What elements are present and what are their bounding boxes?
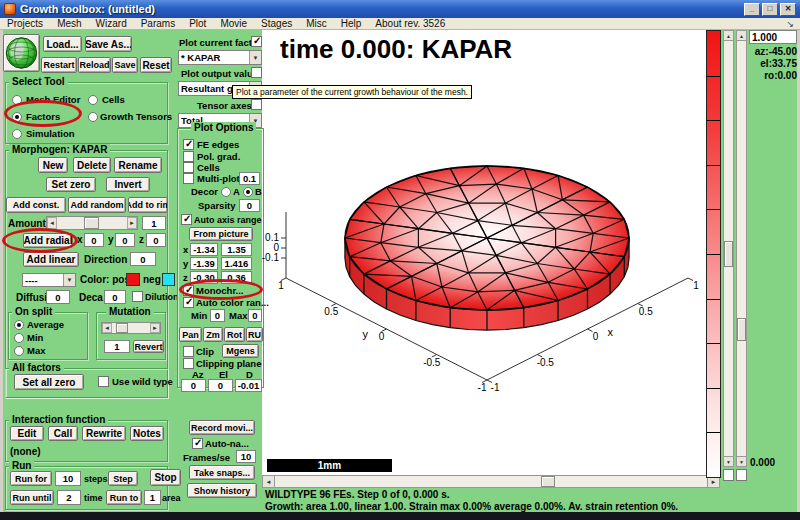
notes-button[interactable]: Notes xyxy=(130,426,164,441)
menu-item-projects[interactable]: Projects xyxy=(0,18,50,29)
radial-z-field[interactable]: 0 xyxy=(146,233,166,247)
run-until-button[interactable]: Run until xyxy=(10,490,54,505)
add-linear-button[interactable]: Add linear xyxy=(23,252,79,267)
maximize-button[interactable]: □ xyxy=(762,3,778,16)
radio-decor-b[interactable] xyxy=(243,187,253,197)
take-snaps-button[interactable]: Take snaps... xyxy=(189,465,255,480)
menu-item-misc[interactable]: Misc xyxy=(299,18,334,29)
stop-button[interactable]: Stop xyxy=(150,469,181,486)
pos-color-swatch[interactable] xyxy=(126,273,140,286)
rewrite-button[interactable]: Rewrite xyxy=(82,426,126,441)
color-max-field[interactable]: 0 xyxy=(248,309,262,322)
record-movie-button[interactable]: Record movi... xyxy=(189,420,255,435)
add-to-rim-button[interactable]: Add to rim xyxy=(128,197,168,213)
y-min-field[interactable]: -1.39 xyxy=(190,257,218,270)
delete-button[interactable]: Delete xyxy=(73,157,111,173)
colorbar-spin-box[interactable] xyxy=(736,469,747,481)
radial-y-field[interactable]: 0 xyxy=(115,233,135,247)
morphogen-combo[interactable]: ---- ▼ xyxy=(22,273,76,287)
set-all-zero-button[interactable]: Set all zero xyxy=(14,374,84,390)
multi-plot-checkbox[interactable] xyxy=(183,173,194,184)
reload-button[interactable]: Reload xyxy=(78,57,111,73)
reset-button[interactable]: Reset xyxy=(140,57,172,73)
frames-field[interactable]: 10 xyxy=(236,450,256,463)
edit-button[interactable]: Edit xyxy=(10,426,44,441)
fe-edges-checkbox[interactable] xyxy=(183,139,194,150)
radio-min[interactable] xyxy=(14,333,24,343)
radio-simulation[interactable] xyxy=(12,129,22,139)
use-wild-type-checkbox[interactable] xyxy=(98,376,109,387)
radio-factors[interactable] xyxy=(12,112,22,122)
radio-max[interactable] xyxy=(14,346,24,356)
direction-field[interactable]: 0 xyxy=(130,252,156,266)
sparsity-field[interactable]: 0 xyxy=(239,199,260,212)
mutation-field[interactable]: 1 xyxy=(104,340,130,353)
radio-cells[interactable] xyxy=(88,95,98,105)
call-button[interactable]: Call xyxy=(48,426,78,441)
az-field[interactable]: 0 xyxy=(181,379,206,392)
menu-item-params[interactable]: Params xyxy=(134,18,182,29)
colorbar-min-scrollbar[interactable]: ▲ ▼ xyxy=(736,30,747,467)
slider-right-arrow-icon[interactable]: ► xyxy=(127,217,137,229)
multi-plot-field[interactable]: 0.1 xyxy=(239,172,260,185)
color-min-field[interactable]: 0 xyxy=(210,309,225,322)
plot-output-value-checkbox[interactable] xyxy=(251,67,262,78)
colorbar-max-scrollbar[interactable]: ▲ ▼ xyxy=(723,30,734,467)
diffusion-field[interactable]: 0 xyxy=(46,290,70,304)
slider-right-arrow-icon[interactable]: ► xyxy=(150,323,160,333)
restart-button[interactable]: Restart xyxy=(41,57,77,73)
radio-average[interactable] xyxy=(14,320,24,330)
menu-item-wizard[interactable]: Wizard xyxy=(89,18,134,29)
menu-item-plot[interactable]: Plot xyxy=(182,18,213,29)
factor-combo[interactable]: * KAPAR ▼ xyxy=(178,50,262,65)
mutation-slider[interactable]: ◄ ► xyxy=(101,322,161,334)
pan-button[interactable]: Pan xyxy=(179,327,202,342)
save-button[interactable]: Save xyxy=(112,57,138,73)
scroll-down-arrow-icon[interactable]: ▼ xyxy=(736,456,747,467)
mgens-button[interactable]: Mgens xyxy=(222,344,259,358)
scroll-thumb[interactable] xyxy=(724,241,733,267)
close-button[interactable]: ✕ xyxy=(780,3,796,16)
slider-left-arrow-icon[interactable]: ◄ xyxy=(102,323,112,333)
dilution-checkbox[interactable] xyxy=(132,291,143,302)
add-radial-button[interactable]: Add radial xyxy=(23,233,73,248)
run-for-button[interactable]: Run for xyxy=(10,471,52,486)
clip-checkbox[interactable] xyxy=(183,346,194,357)
area-field[interactable]: 1 xyxy=(144,490,161,505)
from-picture-button[interactable]: From picture xyxy=(189,227,253,241)
scroll-up-arrow-icon[interactable]: ▲ xyxy=(723,30,734,41)
menu-item-stages[interactable]: Stages xyxy=(254,18,299,29)
rename-button[interactable]: Rename xyxy=(114,157,162,173)
radio-mesh-editor[interactable] xyxy=(12,95,22,105)
auto-color-range-checkbox[interactable] xyxy=(183,297,194,308)
add-random-button[interactable]: Add random xyxy=(68,197,126,213)
load-button[interactable]: Load... xyxy=(43,36,82,52)
auto-axis-range-checkbox[interactable] xyxy=(181,214,192,225)
menu-item-movie[interactable]: Movie xyxy=(213,18,254,29)
cells-checkbox[interactable] xyxy=(183,162,194,173)
scroll-down-arrow-icon[interactable]: ▼ xyxy=(723,456,734,467)
set-zero-button[interactable]: Set zero xyxy=(46,177,96,192)
revert-button[interactable]: Revert xyxy=(133,340,164,353)
x-max-field[interactable]: 1.35 xyxy=(221,243,252,256)
title-bar[interactable]: Growth toolbox: (untitled) _ □ ✕ xyxy=(0,0,800,18)
rotate-up-button[interactable]: RU xyxy=(246,327,263,342)
menu-item-about-rev-3526[interactable]: About rev. 3526 xyxy=(368,18,452,29)
step-button[interactable]: Step xyxy=(108,471,138,486)
clipping-plane-checkbox[interactable] xyxy=(183,358,194,369)
new-button[interactable]: New xyxy=(38,157,68,173)
y-max-field[interactable]: 1.416 xyxy=(221,257,252,270)
minimize-button[interactable]: _ xyxy=(744,3,760,16)
tensor-axes-checkbox[interactable] xyxy=(251,99,262,110)
save-as-button[interactable]: Save As... xyxy=(85,36,132,52)
invert-button[interactable]: Invert xyxy=(106,177,150,192)
menu-item-mesh[interactable]: Mesh xyxy=(50,18,88,29)
radio-growth-tensors[interactable] xyxy=(88,112,98,122)
pol-grad-checkbox[interactable] xyxy=(183,151,194,162)
scroll-thumb[interactable] xyxy=(737,318,746,341)
radio-decor-a[interactable] xyxy=(221,187,231,197)
show-history-button[interactable]: Show history xyxy=(187,483,257,498)
d-field[interactable]: -0.01 xyxy=(235,379,262,392)
chevron-down-icon[interactable]: ▼ xyxy=(249,51,261,64)
plot-current-factor-checkbox[interactable] xyxy=(251,36,262,47)
